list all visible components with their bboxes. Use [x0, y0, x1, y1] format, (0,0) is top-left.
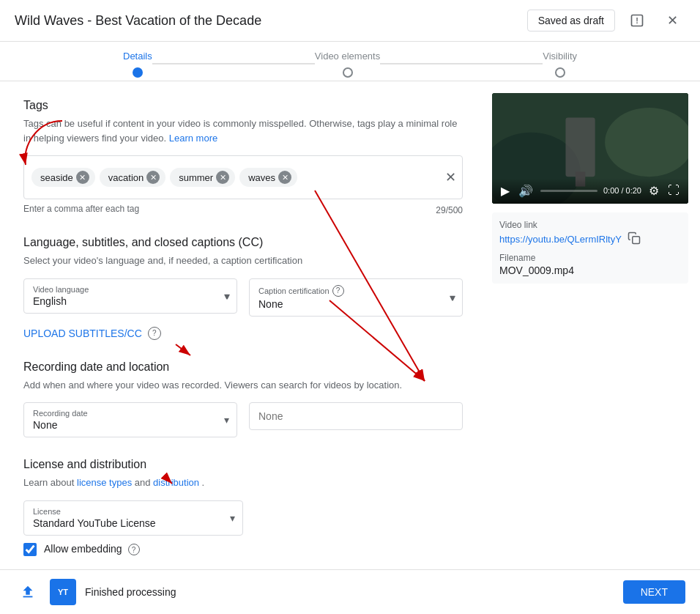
video-meta: Video link https://youtu.be/QLermIRltyY …	[492, 212, 688, 284]
progress-bar[interactable]	[540, 190, 597, 192]
caption-cert-label: Caption certification	[258, 286, 329, 295]
sidebar-area: rocky coast ▶ 🔊 0:00 / 0:20 ⚙ ⛶	[480, 81, 700, 569]
recording-description: Add when and where your video was record…	[23, 378, 463, 393]
tags-title: Tags	[23, 99, 463, 112]
time-display: 0:00 / 0:20	[603, 186, 641, 195]
recording-row: Recording date None ▾ Video location	[23, 402, 463, 437]
allow-embedding-help-icon[interactable]: ?	[128, 544, 140, 555]
svg-rect-5	[562, 114, 594, 185]
footer-left: YT Finished processing	[15, 579, 176, 605]
video-link-row: https://youtu.be/QLermIRltyY	[499, 232, 681, 247]
subtitles-section: Language, subtitles, and closed captions…	[23, 236, 463, 340]
license-chevron: ▾	[230, 512, 235, 524]
tag-seaside: seaside ✕	[31, 168, 95, 187]
caption-cert-chevron: ▾	[450, 292, 455, 303]
tag-waves: waves ✕	[239, 168, 297, 187]
subtitles-description: Select your video's language and, if nee…	[23, 254, 463, 268]
step-visibility-label: Visibility	[543, 51, 577, 62]
tag-summer: summer ✕	[170, 168, 235, 187]
tag-summer-label: summer	[179, 172, 213, 183]
filename-value: MOV_0009.mp4	[499, 265, 681, 276]
tags-section: Tags Tags can be useful if content in yo…	[23, 99, 463, 215]
recording-date-select[interactable]: Recording date None ▾	[23, 402, 237, 437]
close-button[interactable]: ✕	[659, 7, 685, 34]
close-icon: ✕	[667, 12, 678, 29]
step-details-label: Details	[123, 51, 152, 62]
upload-subtitles-row: UPLOAD SUBTITLES/CC ?	[23, 327, 463, 340]
caption-cert-select[interactable]: Caption certification ? None ▾	[249, 278, 463, 317]
step-details-dot	[133, 67, 143, 78]
info-icon: !	[630, 13, 644, 28]
filename-label: Filename	[499, 253, 681, 263]
tags-desc-text: Tags can be useful if content in your vi…	[23, 118, 458, 144]
step-details: Details	[123, 51, 152, 78]
license-select[interactable]: License Standard YouTube License ▾	[23, 500, 243, 536]
time-total: 0:20	[626, 186, 641, 195]
step-video-elements-dot	[343, 67, 353, 78]
allow-embedding-checkbox[interactable]	[23, 543, 37, 556]
upload-subtitles-link[interactable]: UPLOAD SUBTITLES/CC	[23, 328, 142, 339]
license-section: License and distribution Learn about lic…	[23, 458, 463, 556]
video-url-link[interactable]: https://youtu.be/QLermIRltyY	[499, 234, 622, 245]
video-language-select[interactable]: Video language English ▾	[23, 278, 237, 314]
tag-seaside-remove[interactable]: ✕	[76, 171, 89, 184]
recording-title: Recording date and location	[23, 360, 463, 374]
tag-text-input[interactable]	[302, 171, 455, 183]
yt-icon-button[interactable]: YT	[50, 579, 76, 605]
page-title: Wild Waves - Best Vacation of the Decade	[15, 13, 261, 29]
license-title: License and distribution	[23, 458, 463, 471]
recording-date-group: Recording date None ▾	[23, 402, 237, 437]
video-location-input[interactable]	[249, 402, 463, 430]
tag-waves-remove[interactable]: ✕	[278, 171, 291, 184]
step-visibility-dot	[555, 67, 565, 78]
tag-waves-label: waves	[248, 172, 275, 183]
upload-subtitles-help-icon[interactable]: ?	[148, 327, 161, 340]
video-language-chevron: ▾	[224, 290, 229, 302]
tag-summer-remove[interactable]: ✕	[216, 171, 229, 184]
recording-section: Recording date and location Add when and…	[23, 360, 463, 438]
video-language-label: Video language	[33, 285, 213, 294]
subtitles-title: Language, subtitles, and closed captions…	[23, 236, 463, 249]
time-current: 0:00	[603, 186, 619, 195]
yt-logo: YT	[58, 588, 68, 596]
video-location-group: Video location	[249, 402, 463, 437]
step-connector-2	[380, 63, 543, 64]
license-types-link[interactable]: license types	[77, 477, 132, 488]
tags-input-container[interactable]: seaside ✕ vacation ✕ summer ✕ waves ✕ ✕	[23, 155, 463, 199]
upload-button[interactable]	[15, 579, 41, 605]
license-value: Standard YouTube License	[33, 517, 219, 529]
tag-seaside-label: seaside	[40, 172, 73, 183]
allow-embedding-label: Allow embedding ?	[44, 543, 140, 556]
license-desc-end: .	[202, 477, 205, 488]
main-area: Tags Tags can be useful if content in yo…	[0, 81, 700, 569]
next-button[interactable]: NEXT	[623, 580, 685, 604]
video-controls: ▶ 🔊 0:00 / 0:20 ⚙ ⛶	[492, 178, 688, 204]
video-language-wrapper: Video language English ▾	[23, 278, 237, 314]
upload-icon	[20, 584, 36, 600]
svg-rect-9	[633, 237, 640, 244]
caption-cert-value: None	[258, 298, 439, 310]
step-visibility: Visibility	[543, 51, 577, 78]
video-language-group: Video language English ▾	[23, 278, 237, 317]
license-desc-and: and	[135, 477, 153, 488]
tag-vacation: vacation ✕	[100, 168, 165, 187]
language-row: Video language English ▾ Caption certifi…	[23, 278, 463, 317]
caption-cert-help-icon: ?	[332, 285, 344, 297]
play-button[interactable]: ▶	[499, 182, 511, 199]
tags-learn-more-link[interactable]: Learn more	[169, 133, 217, 144]
info-button[interactable]: !	[624, 7, 650, 34]
header-actions: Saved as draft ! ✕	[527, 7, 685, 34]
caption-cert-wrapper: Caption certification ? None ▾	[249, 278, 463, 317]
saved-draft-button[interactable]: Saved as draft	[527, 10, 615, 32]
tags-clear-button[interactable]: ✕	[445, 169, 456, 185]
distribution-link[interactable]: distribution	[153, 477, 199, 488]
settings-button[interactable]: ⚙	[647, 182, 660, 199]
video-language-value: English	[33, 295, 213, 307]
fullscreen-button[interactable]: ⛶	[666, 182, 681, 199]
tag-vacation-remove[interactable]: ✕	[146, 171, 160, 184]
step-video-elements-label: Video elements	[315, 51, 380, 62]
svg-point-3	[604, 93, 688, 177]
steps-track: Details Video elements Visibility	[123, 51, 577, 78]
copy-url-button[interactable]	[628, 232, 641, 247]
volume-button[interactable]: 🔊	[517, 182, 535, 199]
